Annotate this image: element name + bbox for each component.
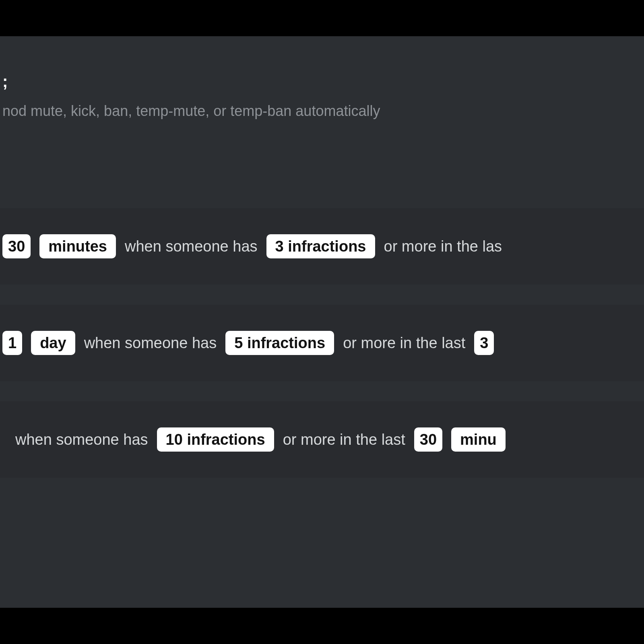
duration-unit-select[interactable]: day <box>31 331 75 355</box>
rule-text-when: when someone has <box>84 334 217 352</box>
section-description-text: nod mute, kick, ban, temp-mute, or temp-… <box>2 103 380 119</box>
window-amount-select[interactable]: 30 <box>414 427 442 452</box>
rule-text-when: when someone has <box>125 238 258 255</box>
rules-list: 30 minutes when someone has 3 infraction… <box>0 208 644 478</box>
rule-text-ormore: or more in the las <box>384 238 502 255</box>
infractions-threshold-select[interactable]: 5 infractions <box>225 331 334 355</box>
rule-text-when: when someone has <box>15 431 148 448</box>
section-description: nod mute, kick, ban, temp-mute, or temp-… <box>0 91 644 120</box>
automod-panel: ; nod mute, kick, ban, temp-mute, or tem… <box>0 36 644 608</box>
section-title-text: ; <box>2 72 8 90</box>
rule-text-ormore: or more in the last <box>283 431 405 448</box>
window-unit-select[interactable]: minu <box>451 427 506 452</box>
rule-row: 30 minutes when someone has 3 infraction… <box>0 208 644 285</box>
duration-amount-select[interactable]: 1 <box>2 331 22 355</box>
infractions-threshold-select[interactable]: 10 infractions <box>157 427 274 452</box>
rule-row: 1 day when someone has 5 infractions or … <box>0 305 644 381</box>
rule-text-ormore: or more in the last <box>343 334 465 352</box>
window-amount-select[interactable]: 3 <box>474 331 494 355</box>
infractions-threshold-select[interactable]: 3 infractions <box>266 234 375 258</box>
rule-row: when someone has 10 infractions or more … <box>0 401 644 478</box>
duration-amount-select[interactable]: 30 <box>2 234 31 258</box>
duration-unit-select[interactable]: minutes <box>39 234 116 258</box>
section-title: ; <box>0 36 644 91</box>
